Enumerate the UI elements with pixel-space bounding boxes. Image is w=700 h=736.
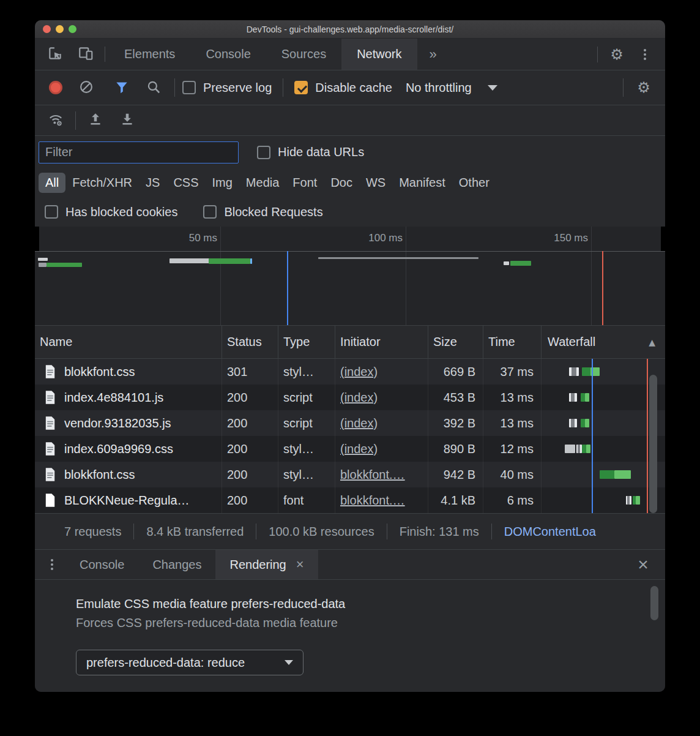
column-header-time[interactable]: Time xyxy=(483,326,542,358)
upload-icon xyxy=(88,111,103,129)
drawer-scrollbar-thumb[interactable] xyxy=(650,586,658,620)
table-row[interactable]: blokkfont.css 200 styl… blokkfont.… 942 … xyxy=(35,462,665,487)
filter-pill-other[interactable]: Other xyxy=(452,173,496,193)
column-header-name[interactable]: Name xyxy=(35,326,222,358)
overview-left-handle[interactable] xyxy=(35,227,39,251)
network-conditions-button[interactable] xyxy=(42,109,69,132)
import-har-button[interactable] xyxy=(82,109,109,132)
initiator-link[interactable]: blokkfont.… xyxy=(340,468,405,482)
window-title: DevTools - gui-challenges.web.app/media-… xyxy=(35,24,665,34)
tab-sources[interactable]: Sources xyxy=(266,39,341,70)
filter-pill-all[interactable]: All xyxy=(39,173,65,193)
close-window-button[interactable] xyxy=(43,25,51,33)
column-header-status[interactable]: Status xyxy=(222,326,278,358)
filter-pill-css[interactable]: CSS xyxy=(166,173,205,193)
overview-right-handle[interactable] xyxy=(661,227,665,251)
request-time: 12 ms xyxy=(483,436,542,462)
table-row[interactable]: blokkfont.css 301 styl… (index) 669 B 37… xyxy=(35,359,665,385)
drawer-tab-rendering[interactable]: Rendering × xyxy=(215,550,318,579)
drawer-tab-console[interactable]: Console xyxy=(65,550,138,579)
font-file-icon xyxy=(44,493,56,508)
table-row[interactable]: index.609a9969.css 200 styl… (index) 890… xyxy=(35,436,665,462)
filter-pill-font[interactable]: Font xyxy=(286,173,324,193)
prefers-reduced-data-select[interactable]: prefers-reduced-data: reduce xyxy=(76,650,303,675)
tick-label-100ms: 100 ms xyxy=(348,232,403,244)
network-filter-input[interactable] xyxy=(39,141,239,163)
initiator-link[interactable]: blokkfont.… xyxy=(340,494,405,508)
filter-pill-ws[interactable]: WS xyxy=(359,173,392,193)
tab-network[interactable]: Network xyxy=(341,39,417,70)
column-header-initiator[interactable]: Initiator xyxy=(335,326,428,358)
has-blocked-cookies-label: Has blocked cookies xyxy=(65,205,177,219)
devtools-window: DevTools - gui-challenges.web.app/media-… xyxy=(35,20,665,692)
export-har-button[interactable] xyxy=(114,109,141,132)
filter-pill-img[interactable]: Img xyxy=(206,173,239,193)
drawer-menu-icon[interactable] xyxy=(51,559,53,570)
more-tabs-button[interactable]: » xyxy=(417,39,449,70)
select-value: prefers-reduced-data: reduce xyxy=(86,656,245,670)
tab-elements[interactable]: Elements xyxy=(109,39,190,70)
disable-cache-checkbox[interactable]: Disable cache xyxy=(294,81,392,95)
request-type: font xyxy=(278,487,335,513)
request-type: script xyxy=(278,410,335,436)
search-network-button[interactable] xyxy=(140,76,167,99)
request-status: 200 xyxy=(222,436,278,462)
filter-pill-media[interactable]: Media xyxy=(239,173,286,193)
column-header-size[interactable]: Size xyxy=(428,326,483,358)
initiator-link[interactable]: (index) xyxy=(340,391,378,405)
settings-button[interactable]: ⚙ xyxy=(603,39,631,70)
initiator-link[interactable]: (index) xyxy=(340,416,378,430)
close-drawer-button[interactable]: × xyxy=(630,552,657,577)
blocked-requests-checkbox[interactable]: Blocked Requests xyxy=(203,205,322,219)
tab-console[interactable]: Console xyxy=(190,39,266,70)
request-type: styl… xyxy=(278,462,335,487)
rendering-panel: Emulate CSS media feature prefers-reduce… xyxy=(35,580,665,692)
filter-toggle-button[interactable] xyxy=(108,76,135,99)
blocked-filters-row: Has blocked cookies Blocked Requests xyxy=(35,197,665,227)
chevron-down-icon xyxy=(488,85,497,91)
network-overview[interactable]: 50 ms 100 ms 150 ms xyxy=(35,227,665,326)
table-row[interactable]: BLOKKNeue-Regula… 200 font blokkfont.… 4… xyxy=(35,487,665,513)
column-header-waterfall[interactable]: Waterfall ▲ xyxy=(542,326,665,358)
drawer-tab-changes[interactable]: Changes xyxy=(138,550,215,579)
summary-divider xyxy=(256,524,256,539)
has-blocked-cookies-checkbox[interactable]: Has blocked cookies xyxy=(45,205,177,219)
checkbox-unchecked-icon xyxy=(182,81,196,94)
filter-pill-js[interactable]: JS xyxy=(139,173,166,193)
request-size: 890 B xyxy=(428,436,483,462)
resource-type-filters: All Fetch/XHR JS CSS Img Media Font Doc … xyxy=(35,168,665,197)
record-network-log-button[interactable] xyxy=(42,76,69,99)
device-toolbar-button[interactable] xyxy=(70,39,101,70)
request-status: 200 xyxy=(222,385,278,410)
network-settings-button[interactable]: ⚙ xyxy=(630,79,658,96)
request-time: 37 ms xyxy=(483,359,542,385)
clear-network-log-button[interactable] xyxy=(73,76,100,99)
inspect-element-button[interactable] xyxy=(40,39,70,70)
toolbar-divider xyxy=(174,78,175,97)
request-name: vendor.93182035.js xyxy=(64,416,171,430)
table-row[interactable]: index.4e884101.js 200 script (index) 453… xyxy=(35,385,665,410)
minimize-window-button[interactable] xyxy=(56,25,64,33)
request-type: script xyxy=(278,385,335,410)
main-menu-button[interactable] xyxy=(631,39,659,70)
preserve-log-checkbox[interactable]: Preserve log xyxy=(182,81,272,95)
zoom-window-button[interactable] xyxy=(69,25,76,33)
filter-pill-fetch-xhr[interactable]: Fetch/XHR xyxy=(65,173,139,193)
checkbox-unchecked-icon xyxy=(45,205,58,219)
network-conditions-icon xyxy=(47,111,65,129)
table-row[interactable]: vendor.93182035.js 200 script (index) 39… xyxy=(35,410,665,436)
initiator-link[interactable]: (index) xyxy=(340,442,378,456)
request-table-body: blokkfont.css 301 styl… (index) 669 B 37… xyxy=(35,359,665,513)
filter-pill-doc[interactable]: Doc xyxy=(324,173,359,193)
hide-data-urls-checkbox[interactable]: Hide data URLs xyxy=(257,145,364,159)
file-icon xyxy=(44,441,56,456)
table-scrollbar-thumb[interactable] xyxy=(649,375,657,513)
initiator-link[interactable]: (index) xyxy=(340,365,378,379)
column-header-type[interactable]: Type xyxy=(278,326,335,358)
traffic-lights xyxy=(43,25,76,33)
filter-pill-manifest[interactable]: Manifest xyxy=(392,173,452,193)
request-time: 6 ms xyxy=(483,487,542,513)
request-size: 4.1 kB xyxy=(428,487,483,513)
throttling-select[interactable]: No throttling xyxy=(406,81,497,95)
close-tab-icon[interactable]: × xyxy=(296,558,304,571)
